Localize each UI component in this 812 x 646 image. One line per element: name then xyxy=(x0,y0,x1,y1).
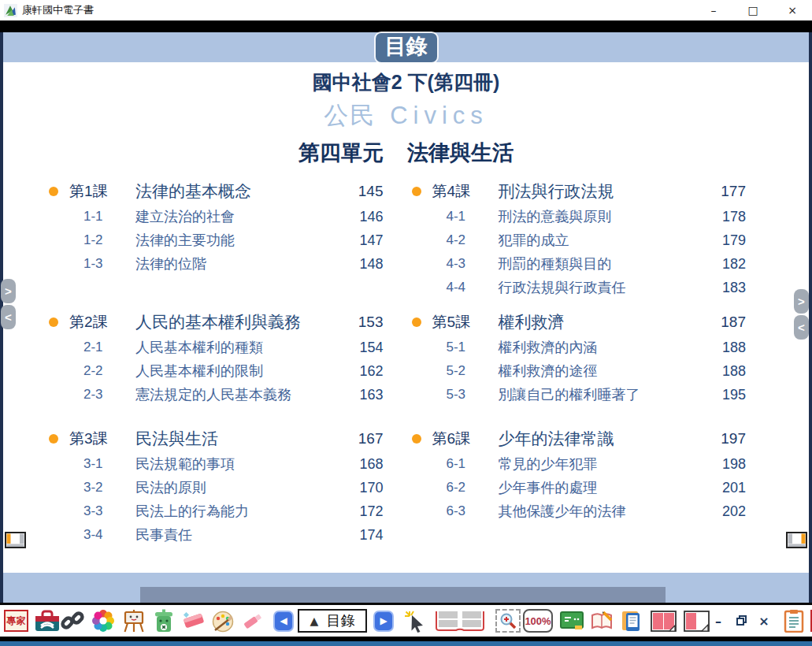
easel-icon[interactable] xyxy=(122,609,146,633)
toc-sub-row[interactable]: 2-1人民基本權利的種類154 xyxy=(49,336,384,359)
toc-sub-page: 195 xyxy=(705,387,746,403)
recycle-bin-icon[interactable] xyxy=(153,609,175,633)
toc-sub-page: 198 xyxy=(705,456,746,473)
nav-forward-right-button[interactable]: > xyxy=(794,289,809,314)
maximize-button[interactable]: □ xyxy=(733,4,773,17)
toc-sub-row[interactable]: 3-4民事責任174 xyxy=(49,523,384,547)
toc-sub-label: 1-1 xyxy=(83,209,135,225)
toc-lesson-row[interactable]: 第6課少年的法律常識197 xyxy=(412,425,747,452)
toc-sub-page: 148 xyxy=(343,256,384,273)
toc-sub-page: 174 xyxy=(343,527,384,544)
toc-sub-row[interactable]: 5-1權利救濟的內涵188 xyxy=(412,336,747,359)
toc-sub-page: 178 xyxy=(705,209,746,225)
toc-lesson-row[interactable]: 第2課人民的基本權利與義務153 xyxy=(49,309,384,336)
page-select-box[interactable]: ▲ 目錄 xyxy=(298,609,367,633)
expert-mode-left-button[interactable]: 專家 xyxy=(4,610,28,632)
nav-back-left-button[interactable]: < xyxy=(1,305,16,329)
nav-back-right-button[interactable]: < xyxy=(794,315,809,340)
workbook-pencil-icon[interactable] xyxy=(590,610,614,632)
toc-sub-page: 201 xyxy=(705,480,746,496)
toc-lesson-row[interactable]: 第5課權利救濟187 xyxy=(412,309,747,336)
toc-sub-row[interactable]: 3-3民法上的行為能力172 xyxy=(49,499,384,523)
subject-zh: 公民 xyxy=(324,102,376,129)
toc-sub-row[interactable]: 4-3刑罰的種類與目的182 xyxy=(412,252,747,276)
minimize-button[interactable]: – xyxy=(694,4,733,17)
toc-sub-page: 168 xyxy=(343,456,384,473)
toc-sub-row[interactable]: 6-1常見的少年犯罪198 xyxy=(412,452,747,476)
window-controls: – □ × xyxy=(694,4,812,17)
toc-lesson-group: 第3課民法與生活1673-1民法規範的事項1683-2民法的原則1703-3民法… xyxy=(49,425,384,547)
toc-sub-row[interactable]: 4-1刑法的意義與原則178 xyxy=(412,205,747,228)
toc-sub-row[interactable]: 5-3別讓自己的權利睡著了195 xyxy=(412,383,747,407)
toc-sub-row[interactable]: 3-2民法的原則170 xyxy=(49,476,384,499)
toolbox-icon[interactable] xyxy=(34,609,61,633)
page-corner-right-icon[interactable] xyxy=(786,532,807,548)
toc-sub-title: 法律的主要功能 xyxy=(135,231,343,250)
toc-column-1: 第4課刑法與行政法規1774-1刑法的意義與原則1784-2犯罪的成立1794-… xyxy=(412,178,747,547)
clipboard-list-icon[interactable] xyxy=(784,609,804,633)
toc-sub-row[interactable]: 3-1民法規範的事項168 xyxy=(49,452,384,476)
toc-lesson-page: 153 xyxy=(343,314,384,331)
toc-sub-label: 4-4 xyxy=(447,280,499,295)
toc-sub-title: 民法的原則 xyxy=(135,478,343,497)
marker-icon[interactable] xyxy=(240,610,264,632)
toc-sub-label: 4-3 xyxy=(447,256,499,272)
toc-sub-row[interactable]: 4-4行政法規與行政責任183 xyxy=(412,276,747,299)
toc-sub-label: 4-1 xyxy=(447,209,499,225)
toolbar-close-button[interactable]: × xyxy=(755,614,773,629)
prev-page-button[interactable]: ◀ xyxy=(273,611,294,632)
toc-lesson-row[interactable]: 第4課刑法與行政法規177 xyxy=(412,178,747,205)
color-wheel-icon[interactable] xyxy=(91,609,115,633)
toc-sub-page: 146 xyxy=(343,209,384,225)
eraser-icon[interactable] xyxy=(182,610,206,632)
open-book-icon[interactable] xyxy=(434,608,486,633)
toc-sub-page: 182 xyxy=(705,256,746,273)
page-corner-left-icon[interactable] xyxy=(5,532,26,548)
palette-icon[interactable] xyxy=(211,609,235,633)
subject-en: Civics xyxy=(390,102,488,129)
toc-sub-row[interactable]: 1-2法律的主要功能147 xyxy=(49,228,384,252)
toc-sub-row[interactable]: 2-3憲法規定的人民基本義務163 xyxy=(49,383,384,407)
toc-sub-page: 147 xyxy=(343,232,384,249)
zoom-level-button[interactable]: 100% xyxy=(523,609,553,633)
toc-sub-row[interactable]: 5-2權利救濟的途徑188 xyxy=(412,359,747,383)
close-button[interactable]: × xyxy=(773,4,812,17)
zoom-tool-icon[interactable] xyxy=(495,609,521,633)
toc-sub-label: 6-3 xyxy=(447,503,499,519)
toc-sub-label: 5-3 xyxy=(447,387,499,403)
toc-sub-label: 5-1 xyxy=(447,340,499,355)
toc-lesson-title: 刑法與行政法規 xyxy=(499,180,706,202)
toc-lesson-label: 第3課 xyxy=(69,429,135,449)
bullet-icon xyxy=(49,187,58,196)
link-icon[interactable] xyxy=(61,609,84,633)
toc-sub-title: 民法規範的事項 xyxy=(135,455,343,473)
tablet-ebook-icon[interactable] xyxy=(620,609,642,633)
toc-sub-title: 建立法治的社會 xyxy=(135,207,343,226)
nav-forward-left-button[interactable]: > xyxy=(1,279,16,303)
toc-lesson-page: 187 xyxy=(705,314,746,331)
bullet-icon xyxy=(412,317,421,327)
single-page-view-icon[interactable] xyxy=(684,611,710,632)
toc-sub-row[interactable]: 1-3法律的位階148 xyxy=(49,252,384,276)
toolbar-minimize-button[interactable]: – xyxy=(710,614,727,629)
next-page-button[interactable]: ▶ xyxy=(373,611,394,632)
toc-sub-label: 2-1 xyxy=(83,340,135,355)
toc-sub-title: 權利救濟的內涵 xyxy=(499,338,706,357)
toc-sub-row[interactable]: 2-2人民基本權利的限制162 xyxy=(49,359,384,383)
app-window: 康軒國中電子書 – □ × 目錄 國中社會2 下(第四冊) 公民Civics 第… xyxy=(0,0,812,646)
toolbar-restore-icon[interactable] xyxy=(736,615,747,626)
toc-lesson-title: 法律的基本概念 xyxy=(135,180,343,202)
toc-lesson-row[interactable]: 第3課民法與生活167 xyxy=(49,425,384,452)
toc-sub-row[interactable]: 1-1建立法治的社會146 xyxy=(49,205,384,228)
toc-lesson-label: 第2課 xyxy=(69,312,135,332)
two-page-view-icon[interactable] xyxy=(651,611,677,632)
toc-lesson-page: 145 xyxy=(343,183,384,200)
toc-sub-row[interactable]: 4-2犯罪的成立179 xyxy=(412,228,747,252)
toc-lesson-group: 第1課法律的基本概念1451-1建立法治的社會1461-2法律的主要功能1471… xyxy=(49,178,384,276)
chalkboard-icon[interactable] xyxy=(560,611,584,631)
toc-sub-row[interactable]: 6-2少年事件的處理201 xyxy=(412,476,747,499)
toc-sub-label: 3-2 xyxy=(83,480,135,496)
cursor-tool-icon[interactable] xyxy=(403,609,427,633)
toc-lesson-row[interactable]: 第1課法律的基本概念145 xyxy=(49,178,384,205)
toc-sub-row[interactable]: 6-3其他保護少年的法律202 xyxy=(412,499,747,523)
